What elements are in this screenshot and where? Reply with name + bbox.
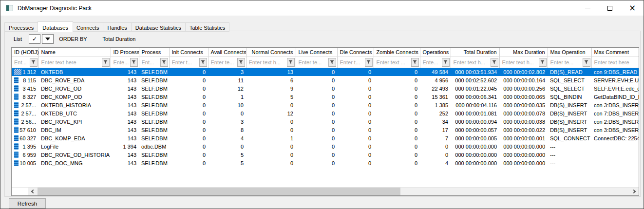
apply-check-button[interactable]: ✓	[29, 34, 40, 44]
table-row[interactable]: 1 312OKTEDB143SELF.DBM031300049 584000 0…	[12, 68, 639, 76]
tab-connects[interactable]: Connects	[73, 22, 103, 32]
column-header-process[interactable]: Process	[139, 48, 169, 57]
cell-max-operation: ---	[548, 159, 591, 167]
filter-funnel-button[interactable]	[328, 58, 336, 67]
cell-max-duration: 000 00:00:02.802	[499, 68, 548, 76]
column-header-total-duration[interactable]: Total Duration	[451, 48, 499, 57]
column-header-init-connects[interactable]: Init Connects	[169, 48, 208, 57]
cell-max-comment: GetDataBIND_ID_I	[591, 93, 639, 101]
filter-funnel-button[interactable]	[411, 58, 419, 67]
filter-input-id-hobj[interactable]	[12, 58, 30, 66]
table-row[interactable]: 2 57...OKTEDB_HISTORIA143SELF.DBM0100000…	[12, 101, 639, 109]
column-header-id-hobj[interactable]: ID (HOBJ)	[12, 48, 38, 57]
filter-input-zombie-connects[interactable]	[374, 58, 411, 66]
scroll-left-button[interactable]	[28, 188, 37, 195]
order-by-dropdown-button[interactable]	[42, 34, 54, 44]
maximize-button[interactable]	[599, 0, 621, 16]
cell-max-comment: SERVER.EVH;E.Uni	[591, 76, 639, 84]
minimize-button[interactable]	[576, 0, 599, 16]
column-header-name[interactable]: Name	[38, 48, 111, 57]
table-row[interactable]: 8 115DBC_ROVE_EDA143SELF.DBM01160004 956…	[12, 76, 639, 84]
column-header-die-connects[interactable]: Die Connects	[337, 48, 374, 57]
column-header-avail-connects[interactable]: Avail Connects	[208, 48, 246, 57]
filter-input-die-connects[interactable]	[338, 58, 365, 66]
cell-name: DBC_KOMP_EDA	[38, 134, 111, 142]
filter-funnel-button[interactable]	[199, 58, 207, 67]
filter-input-normal-connects[interactable]	[246, 58, 287, 66]
order-by-value: Total Duration	[103, 36, 136, 42]
filter-input-max-comment[interactable]	[592, 58, 640, 66]
tab-database-statistics[interactable]: Database Statistics	[132, 22, 186, 32]
cell-zombie-connects: 0	[374, 126, 420, 134]
column-header-zombie-connects[interactable]: Zombie Connects	[374, 48, 420, 57]
scrollbar-thumb[interactable]	[38, 188, 400, 195]
column-header-operations[interactable]: Operations	[420, 48, 451, 57]
table-row[interactable]: 3 415DBC_ROVE_OD143SELF.DBM012900022 493…	[12, 84, 639, 93]
table-row[interactable]: 57 610DBC_IM143SELF.DBM08000017000 00:00…	[12, 126, 639, 134]
cell-total-duration: 000 00:01:22.045	[451, 84, 499, 93]
scrollbar-track[interactable]	[28, 188, 639, 195]
refresh-button[interactable]: Refresh	[9, 198, 46, 209]
cell-init-connects: 0	[169, 101, 208, 109]
filter-funnel-button[interactable]	[237, 58, 245, 67]
database-icon	[14, 160, 19, 166]
scroll-right-button[interactable]	[630, 188, 639, 195]
table-row[interactable]: 2 56...DBC_ROVE_KPI143SELF.DBM0300003400…	[12, 117, 639, 126]
cell-process: SELF.DBM	[139, 101, 169, 109]
cell-normal-connects: 12	[246, 109, 296, 117]
cell-name: LogFile	[38, 142, 111, 151]
table-row[interactable]: 10 005DBC_DOC_MNG143SELF.DBM0500004000 0…	[12, 159, 639, 167]
tab-processes[interactable]: Processes	[4, 22, 38, 32]
table-row[interactable]: 8 327DBC_KOMP_OD143SELF.DBM01500015 3610…	[12, 93, 639, 101]
cell-normal-connects: 0	[246, 126, 296, 134]
filter-funnel-button[interactable]	[287, 58, 295, 67]
table-row[interactable]: 2 57...OKTEDB_UTC143SELF.DBM001200025200…	[12, 109, 639, 117]
tab-table-statistics[interactable]: Table Statistics	[186, 22, 229, 32]
filter-funnel-button[interactable]	[160, 58, 168, 67]
cell-max-duration: 000 00:00:00.164	[499, 76, 548, 84]
filter-funnel-button[interactable]	[365, 58, 373, 67]
column-header-max-operation[interactable]: Max Operation	[548, 48, 591, 57]
column-header-id-process[interactable]: ID Process	[111, 48, 139, 57]
filter-funnel-button[interactable]	[30, 58, 38, 67]
column-header-normal-connects[interactable]: Normal Connects	[246, 48, 296, 57]
cell-max-operation: ---	[548, 142, 591, 151]
filter-input-max-operation[interactable]	[548, 58, 583, 66]
filter-input-total-duration[interactable]	[451, 58, 491, 66]
cell-init-connects: 0	[169, 126, 208, 134]
filter-input-avail-connects[interactable]	[208, 58, 237, 66]
filter-input-live-connects[interactable]	[296, 58, 328, 66]
filter-input-operations[interactable]	[420, 58, 442, 66]
close-button[interactable]: ×	[621, 0, 644, 16]
cell-normal-connects: 1	[246, 134, 296, 142]
filter-cell-max-comment	[591, 57, 639, 68]
cell-value: 2 56...	[21, 119, 36, 125]
table-row[interactable]: 1 395LogFile1 394odbc.DBM0000000000 00:0…	[12, 142, 639, 151]
tab-databases[interactable]: Databases	[38, 21, 73, 32]
cell-process: SELF.DBM	[139, 109, 169, 117]
filter-funnel-button[interactable]	[130, 58, 138, 67]
filter-input-id-process[interactable]	[111, 58, 130, 66]
filter-input-name[interactable]	[39, 58, 102, 66]
horizontal-scrollbar[interactable]	[12, 187, 639, 195]
filter-cell-live-connects	[296, 57, 337, 68]
filter-funnel-button[interactable]	[102, 58, 110, 67]
table-row[interactable]: 6 959DBC_ROVE_OD_HISTORIA143SELF.DBM0500…	[12, 151, 639, 159]
filter-funnel-button[interactable]	[583, 58, 590, 67]
filter-input-init-connects[interactable]	[170, 58, 199, 66]
cell-value: 3 415	[22, 86, 36, 92]
tab-handles[interactable]: Handles	[103, 22, 131, 32]
column-header-live-connects[interactable]: Live Connects	[296, 48, 337, 57]
cell-normal-connects: 0	[246, 117, 296, 126]
column-header-max-comment[interactable]: Max Comment	[591, 48, 639, 57]
table-row[interactable]: 60 327DBC_KOMP_EDA143SELF.DBM0410007000 …	[12, 134, 639, 142]
cell-live-connects: 0	[296, 93, 337, 101]
filter-input-process[interactable]	[139, 58, 160, 66]
databases-grid: ID (HOBJ)NameID ProcessProcessInit Conne…	[11, 47, 639, 196]
column-header-max-duration[interactable]: Max Duration	[499, 48, 548, 57]
filter-input-max-duration[interactable]	[500, 58, 539, 66]
filter-funnel-button[interactable]	[539, 58, 547, 67]
filter-funnel-button[interactable]	[491, 58, 498, 67]
filter-funnel-button[interactable]	[442, 58, 450, 67]
filter-cell-max-duration	[499, 57, 548, 68]
